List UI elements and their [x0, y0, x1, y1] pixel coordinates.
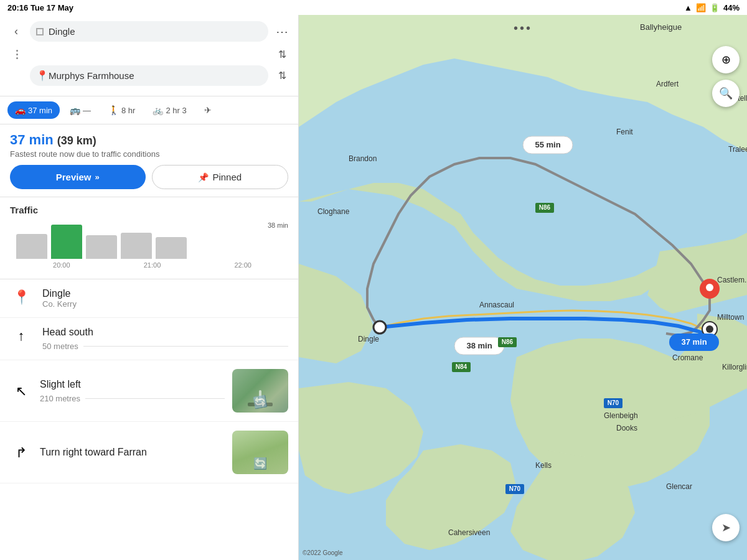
svg-text:N86: N86: [502, 338, 514, 345]
pin-icon: 📌: [198, 172, 209, 182]
traffic-title: Traffic: [10, 205, 288, 215]
map-copyright: ©2022 Google: [303, 549, 343, 556]
direction-start: 📍 Dingle Co. Kerry: [0, 279, 298, 318]
route-time: 37 min (39 km): [10, 132, 288, 148]
svg-text:Dingle: Dingle: [358, 335, 379, 343]
svg-text:Annascaul: Annascaul: [479, 301, 514, 309]
preview-button[interactable]: Preview »: [10, 165, 146, 189]
svg-text:Ballyheigue: Ballyheigue: [640, 22, 682, 32]
flight-icon: ✈: [204, 105, 212, 115]
search-area: ‹ Dingle ⋯ ⇅ 📍 Mur: [0, 15, 298, 96]
svg-text:N86: N86: [539, 204, 551, 211]
svg-text:Cromane: Cromane: [672, 353, 703, 362]
swap-routes-button[interactable]: ⇅: [273, 45, 291, 63]
svg-text:Tralee...: Tralee...: [728, 145, 747, 154]
turn-right-text: Turn right toward Farran: [40, 447, 225, 458]
slight-left-text: Slight left: [40, 379, 225, 390]
time-label-1: 20:00: [53, 261, 70, 269]
traffic-section: Traffic 38 min: [0, 197, 298, 279]
swap-button[interactable]: ⇅: [273, 67, 291, 85]
three-dots-icon: •••: [514, 21, 532, 35]
svg-text:N84: N84: [456, 363, 467, 370]
svg-point-4: [706, 284, 713, 291]
svg-text:Dooks: Dooks: [616, 424, 637, 432]
back-button[interactable]: ‹: [7, 23, 25, 40]
tab-transit[interactable]: 🚌 —: [62, 101, 98, 119]
bar-1: [16, 234, 47, 259]
transport-tabs: 🚗 37 min 🚌 — 🚶 8 hr 🚲 2 hr 3 ✈: [0, 96, 298, 124]
wifi-icon: 📶: [696, 3, 706, 12]
map-options-dots[interactable]: •••: [514, 21, 532, 35]
route-subtitle: Fastest route now due to traffic conditi…: [10, 149, 288, 159]
directions-list: 📍 Dingle Co. Kerry ↑ Head south: [0, 279, 298, 483]
start-location-sub: Co. Kerry: [42, 299, 288, 309]
direction-slight-left[interactable]: ↖ Slight left 210 metres 🔄: [0, 360, 298, 422]
bar-4: [121, 233, 152, 259]
traffic-chart: 38 min: [10, 222, 288, 271]
slight-left-icon: ↖: [16, 383, 27, 399]
svg-text:Castlem...: Castlem...: [717, 276, 747, 284]
svg-text:Fenit: Fenit: [616, 128, 633, 136]
map-area: 37 min 38 min 55 min Ballyheigue Ardfert…: [299, 15, 747, 560]
left-panel: ‹ Dingle ⋯ ⇅ 📍 Mur: [0, 15, 299, 560]
svg-text:37 min: 37 min: [681, 337, 707, 347]
svg-text:Glencar: Glencar: [666, 482, 692, 491]
chevrons-icon: »: [95, 172, 99, 182]
map-navigate-button[interactable]: ➤: [712, 514, 740, 541]
destination-input[interactable]: Murphys Farmhouse: [30, 65, 268, 86]
more-options-button[interactable]: ⋯: [273, 23, 291, 40]
svg-text:Killorglin: Killorglin: [722, 363, 747, 371]
navigate-icon: ➤: [721, 521, 731, 534]
svg-text:Cloghane: Cloghane: [317, 207, 350, 216]
svg-text:38 min: 38 min: [466, 341, 492, 350]
distance-divider: [83, 346, 288, 347]
tab-walk[interactable]: 🚶 8 hr: [101, 101, 143, 119]
bar-3: [86, 235, 117, 259]
tab-flight[interactable]: ✈: [197, 101, 219, 119]
battery-icon: 🔋: [710, 3, 720, 12]
head-south-text: Head south: [42, 327, 288, 338]
car-tab-label: 37 min: [28, 106, 52, 115]
time-label-2: 21:00: [144, 261, 161, 269]
head-south-distance: 50 metres: [42, 342, 78, 351]
slight-left-thumbnail: 🔄: [232, 369, 288, 413]
svg-text:Brandon: Brandon: [349, 154, 377, 163]
svg-text:N70: N70: [509, 485, 521, 492]
svg-text:N70: N70: [608, 399, 619, 406]
chart-max-label: 38 min: [268, 222, 288, 229]
svg-text:Kells: Kells: [535, 461, 552, 470]
svg-point-5: [374, 321, 386, 334]
signal-icon: ▲: [684, 3, 692, 12]
tab-bike[interactable]: 🚲 2 hr 3: [145, 101, 194, 119]
tab-car[interactable]: 🚗 37 min: [7, 101, 60, 119]
svg-text:Glenbeigh: Glenbeigh: [604, 411, 638, 420]
map-search-button[interactable]: 🔍: [712, 80, 740, 107]
walk-icon: 🚶: [108, 105, 119, 115]
svg-text:Milltown: Milltown: [717, 313, 744, 322]
layers-icon: ⊕: [721, 53, 731, 67]
bike-tab-label: 2 hr 3: [166, 106, 186, 115]
svg-text:Ardfert: Ardfert: [656, 80, 679, 88]
svg-text:Cahersiveen: Cahersiveen: [448, 528, 490, 537]
svg-text:55 min: 55 min: [535, 140, 560, 149]
route-info: 37 min (39 km) Fastest route now due to …: [0, 124, 298, 197]
origin-input[interactable]: Dingle: [30, 21, 268, 42]
slight-left-distance: 210 metres: [40, 394, 80, 403]
destination-pin-icon: 📍: [36, 70, 49, 82]
status-time: 20:16 Tue 17 May: [7, 3, 73, 12]
origin-circle-icon: [36, 28, 44, 35]
transit-tab-label: —: [83, 106, 91, 115]
turn-right-icon: ↱: [16, 445, 27, 461]
slight-left-divider: [85, 398, 225, 399]
bus-icon: 🚌: [70, 105, 80, 115]
turn-right-thumbnail: 🔄: [232, 431, 288, 474]
map-svg: 37 min 38 min 55 min Ballyheigue Ardfert…: [299, 15, 747, 560]
direction-head-south[interactable]: ↑ Head south 50 metres: [0, 318, 298, 360]
direction-turn-right[interactable]: ↱ Turn right toward Farran 🔄: [0, 422, 298, 483]
arrow-up-icon: ↑: [18, 328, 25, 344]
pinned-button[interactable]: 📌 Pinned: [152, 165, 289, 189]
time-label-3: 22:00: [234, 261, 251, 269]
svg-point-2: [706, 325, 713, 333]
bar-5: [156, 237, 187, 259]
map-layers-button[interactable]: ⊕: [712, 46, 740, 73]
